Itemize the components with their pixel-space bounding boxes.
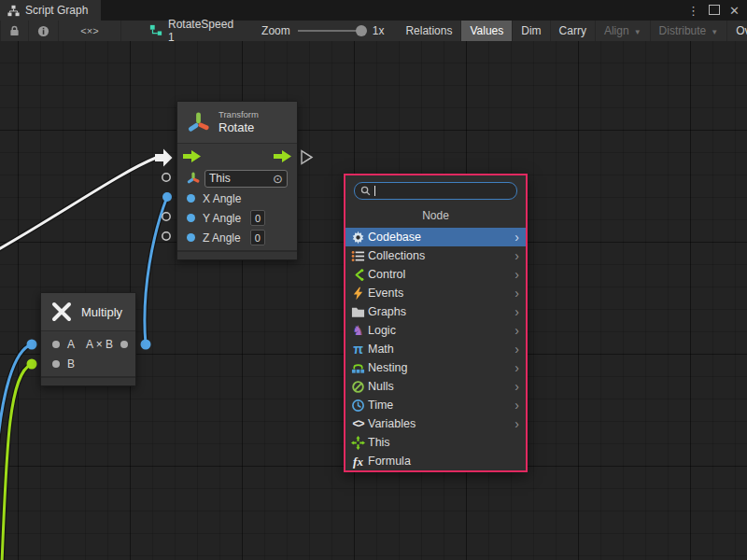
- y-angle-value-field[interactable]: 0: [250, 210, 265, 226]
- search-input[interactable]: [379, 185, 511, 198]
- chevron-right-icon: ›: [514, 380, 521, 393]
- multiply-output-dot: [141, 340, 151, 350]
- input-label: B: [67, 357, 75, 371]
- menu-item-control[interactable]: Control›: [345, 265, 526, 284]
- value-port-icon[interactable]: [187, 233, 195, 242]
- search-field[interactable]: [354, 182, 517, 200]
- value-port-icon[interactable]: [52, 360, 60, 368]
- finder-item-list: Codebase›Collections›Control›Events›Grap…: [345, 228, 526, 470]
- menu-item-formula[interactable]: fxFormula: [345, 452, 526, 470]
- menu-item-label: Collections: [368, 249, 425, 262]
- lightning-icon: [350, 286, 366, 301]
- control-icon: [350, 267, 366, 282]
- zoom-slider[interactable]: [298, 30, 365, 32]
- node-multiply[interactable]: Multiply A A × B B: [40, 292, 136, 386]
- value-wire-xangle: [145, 197, 167, 344]
- value-port-icon[interactable]: [52, 341, 60, 348]
- menu-item-label: This: [368, 436, 390, 449]
- tab-title: Script Graph: [25, 4, 88, 17]
- code-view-button[interactable]: <×>: [59, 21, 121, 41]
- menu-item-label: Codebase: [368, 231, 421, 244]
- graph-canvas[interactable]: Transform Rotate This ⊙: [0, 41, 747, 560]
- search-icon: [360, 186, 371, 196]
- graph-reference-button[interactable]: RotateSpeed 1: [142, 21, 241, 41]
- menu-item-label: Nesting: [368, 361, 407, 374]
- toolbar-button-label: Carry: [559, 24, 586, 37]
- toolbar-button-label: Align: [604, 24, 629, 37]
- close-icon[interactable]: ✕: [729, 5, 740, 17]
- multiply-node-header[interactable]: Multiply: [41, 293, 135, 331]
- zoom-label: Zoom: [261, 24, 290, 37]
- z-angle-value-field[interactable]: 0: [250, 230, 265, 245]
- output-label: A × B: [86, 338, 113, 351]
- input-row-y-angle[interactable]: Y Angle 0: [177, 208, 297, 228]
- multiply-row-a[interactable]: A A × B: [41, 334, 135, 354]
- chevron-right-icon: ›: [514, 343, 521, 356]
- node-category: Transform: [218, 109, 259, 120]
- fx-icon: fx: [350, 454, 366, 469]
- menu-item-variables[interactable]: <>Variables›: [345, 414, 526, 433]
- menu-item-logic[interactable]: ♞Logic›: [345, 321, 526, 340]
- zoom-slider-handle[interactable]: [356, 25, 367, 36]
- value-port-icon[interactable]: [187, 194, 195, 203]
- maximize-icon[interactable]: [709, 5, 720, 17]
- menu-item-this[interactable]: This: [345, 433, 526, 452]
- toolbar-button-carry[interactable]: Carry: [551, 21, 596, 41]
- transform-axes-icon: [187, 111, 210, 134]
- multiply-row-b[interactable]: B: [41, 354, 135, 376]
- toolbar-button-label: Relations: [405, 24, 452, 37]
- object-picker-icon[interactable]: ⊙: [273, 173, 283, 185]
- toolbar-button-label: Overview: [736, 24, 747, 37]
- z-angle-port-circle: [162, 232, 170, 240]
- graph-reference-label: RotateSpeed 1: [168, 18, 233, 44]
- input-label: X Angle: [203, 192, 241, 205]
- menu-item-time[interactable]: Time›: [345, 396, 526, 414]
- node-title: Rotate: [218, 120, 259, 135]
- menu-item-nulls[interactable]: Nulls›: [345, 377, 526, 396]
- list-icon: [350, 248, 366, 263]
- toolbar-button-label: Dim: [521, 24, 541, 37]
- rotate-node-header[interactable]: Transform Rotate: [177, 102, 297, 144]
- input-label: Y Angle: [203, 212, 241, 225]
- menu-item-nesting[interactable]: Nesting›: [345, 358, 526, 377]
- info-button[interactable]: [29, 21, 59, 41]
- input-label: A: [67, 338, 75, 351]
- node-rotate[interactable]: Transform Rotate This ⊙: [176, 101, 298, 260]
- chevron-right-icon: ›: [514, 249, 521, 262]
- tab-script-graph[interactable]: Script Graph: [0, 0, 101, 21]
- menu-item-label: Time: [368, 399, 393, 412]
- toolbar-button-overview[interactable]: Overview: [727, 21, 747, 41]
- toolbar-button-label: Distribute: [659, 24, 707, 37]
- input-row-x-angle[interactable]: X Angle: [177, 189, 297, 208]
- value-port-icon[interactable]: [120, 341, 128, 348]
- toolbar-button-label: Values: [470, 24, 503, 37]
- chevron-right-icon: ›: [514, 417, 521, 430]
- flow-out-arrow-icon[interactable]: [274, 150, 291, 162]
- this-object-field[interactable]: This ⊙: [204, 170, 288, 188]
- menu-item-collections[interactable]: Collections›: [345, 246, 526, 265]
- menu-item-label: Formula: [368, 455, 411, 468]
- toolbar-button-dim[interactable]: Dim: [513, 21, 550, 41]
- toolbar-button-relations[interactable]: Relations: [397, 21, 461, 41]
- toolbar-button-values[interactable]: Values: [461, 21, 513, 41]
- finder-header: Node: [345, 203, 526, 228]
- menu-item-codebase[interactable]: Codebase›: [345, 228, 526, 246]
- menu-item-label: Control: [368, 268, 405, 281]
- menu-item-math[interactable]: πMath›: [345, 340, 526, 358]
- menu-item-graphs[interactable]: Graphs›: [345, 302, 526, 321]
- chevron-right-icon: ›: [514, 305, 521, 318]
- multiply-x-icon: [50, 301, 73, 323]
- input-row-z-angle[interactable]: Z Angle 0: [177, 228, 297, 250]
- x-angle-port-dot: [162, 192, 172, 202]
- multiply-a-port-dot: [27, 340, 37, 350]
- menu-item-events[interactable]: Events›: [345, 284, 526, 302]
- lock-button[interactable]: [0, 21, 29, 41]
- value-port-icon[interactable]: [187, 214, 195, 222]
- brackets-icon: <>: [350, 416, 366, 431]
- control-wire: [0, 158, 156, 250]
- chevron-right-icon: ›: [514, 399, 521, 412]
- flow-in-arrow-icon[interactable]: [183, 150, 201, 162]
- kebab-menu-icon[interactable]: ⋮: [687, 5, 699, 17]
- chevron-right-icon: ›: [514, 361, 521, 374]
- y-angle-port-circle: [162, 213, 170, 220]
